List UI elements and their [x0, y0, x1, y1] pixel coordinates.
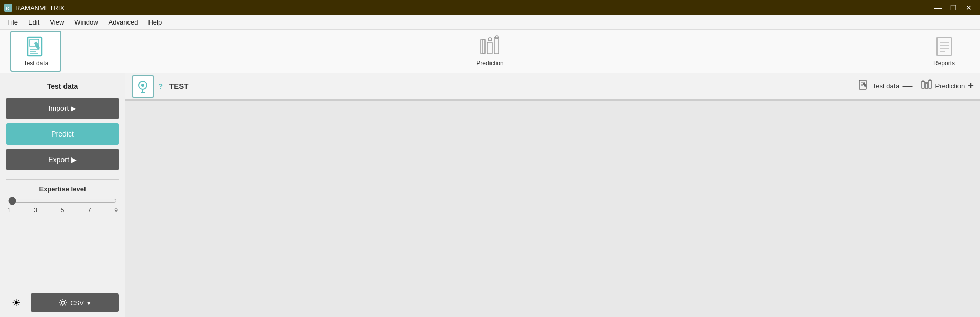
toolbar-label-prediction: Prediction [476, 60, 503, 67]
menubar: File Edit View Window Advanced Help [0, 15, 980, 30]
export-button[interactable]: Export ▶ [6, 149, 119, 170]
sidebar-bottom: ☀ CSV ▾ [6, 289, 119, 312]
toolbar-label-reports: Reports [933, 60, 955, 67]
csv-button[interactable]: CSV ▾ [31, 293, 119, 312]
test-data-icon [25, 35, 47, 58]
tick-9: 9 [114, 207, 118, 214]
minimize-button[interactable]: — [931, 1, 945, 15]
titlebar-controls: — ❐ ✕ [931, 1, 976, 15]
content-test-label: TEST [169, 82, 188, 90]
sidebar: Test data Import ▶ Predict Export ▶ Expe… [0, 73, 125, 317]
test-data-minus: — [903, 80, 913, 92]
tick-7: 7 [88, 207, 91, 214]
content: ? TEST [125, 73, 980, 317]
test-data-action-icon [858, 79, 869, 93]
test-data-action[interactable]: Test data — [858, 79, 913, 93]
menu-help[interactable]: Help [143, 16, 167, 28]
import-button[interactable]: Import ▶ [6, 98, 119, 119]
toolbar: Test data Prediction [0, 30, 980, 73]
svg-rect-15 [937, 37, 951, 56]
app-icon: R [4, 4, 12, 12]
csv-label: CSV [70, 299, 84, 307]
expertise-title: Expertise level [6, 185, 119, 193]
maximize-button[interactable]: ❐ [946, 1, 961, 15]
expertise-ticks: 1 3 5 7 9 [6, 207, 119, 214]
expertise-section: Expertise level 1 3 5 7 9 [6, 179, 119, 214]
app-title: RAMANMETRIX [15, 4, 65, 12]
svg-point-20 [61, 301, 65, 304]
menu-view[interactable]: View [45, 16, 69, 28]
csv-dropdown-icon: ▾ [87, 299, 91, 307]
toolbar-label-test-data: Test data [24, 60, 49, 67]
svg-text:R: R [6, 6, 9, 11]
toolbar-item-test-data[interactable]: Test data [10, 31, 61, 72]
content-body [125, 101, 980, 317]
prediction-action-icon [921, 79, 932, 93]
prediction-plus: + [968, 80, 974, 92]
svg-rect-33 [929, 80, 931, 88]
tick-1: 1 [7, 207, 11, 214]
content-test-icon [135, 78, 151, 95]
prediction-action-label: Prediction [935, 82, 965, 90]
svg-rect-11 [487, 42, 492, 54]
menu-advanced[interactable]: Advanced [103, 16, 143, 28]
content-toolbar: ? TEST [125, 73, 980, 100]
reports-icon [933, 35, 955, 58]
prediction-icon [479, 35, 501, 58]
prediction-action[interactable]: Prediction + [921, 79, 974, 93]
toolbar-item-prediction[interactable]: Prediction [464, 31, 516, 72]
expertise-slider-container[interactable] [6, 197, 119, 207]
titlebar-left: R RAMANMETRIX [4, 4, 65, 12]
titlebar: R RAMANMETRIX — ❐ ✕ [0, 0, 980, 15]
svg-rect-12 [494, 37, 499, 54]
tick-3: 3 [34, 207, 37, 214]
tick-5: 5 [61, 207, 65, 214]
close-button[interactable]: ✕ [962, 1, 976, 15]
content-toolbar-right: Test data — Pr [858, 79, 974, 93]
expertise-slider[interactable] [8, 197, 117, 205]
svg-point-22 [141, 84, 144, 87]
sidebar-title: Test data [6, 78, 119, 94]
menu-file[interactable]: File [2, 16, 23, 28]
menu-edit[interactable]: Edit [23, 16, 45, 28]
toolbar-item-reports[interactable]: Reports [919, 31, 970, 72]
svg-rect-10 [483, 39, 484, 54]
test-data-action-label: Test data [872, 82, 900, 90]
svg-point-13 [488, 38, 492, 41]
test-icon-box [132, 75, 154, 98]
menu-window[interactable]: Window [69, 16, 103, 28]
sun-button[interactable]: ☀ [6, 293, 27, 312]
predict-button[interactable]: Predict [6, 123, 119, 145]
svg-rect-31 [922, 81, 924, 88]
main: Test data Import ▶ Predict Export ▶ Expe… [0, 73, 980, 317]
gear-icon [59, 299, 67, 307]
test-question-mark: ? [158, 82, 163, 90]
